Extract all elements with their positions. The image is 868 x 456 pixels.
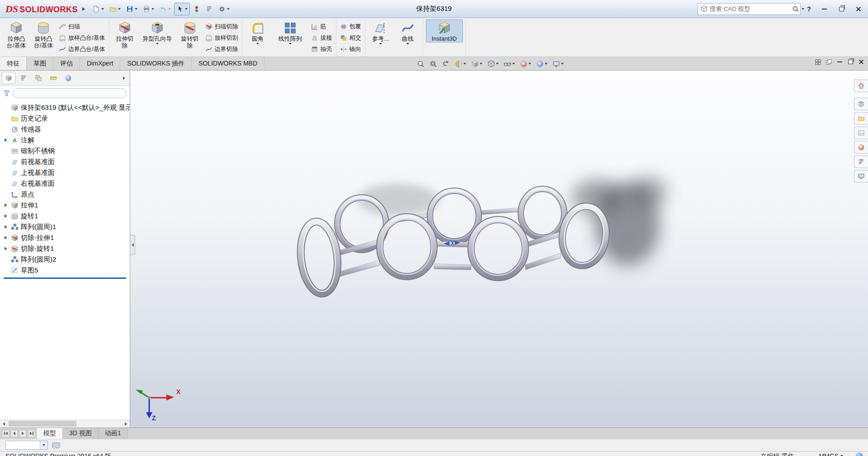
display-style-button[interactable]: [486, 58, 500, 69]
curves-caret[interactable]: [406, 43, 409, 45]
doc-restore-button[interactable]: [847, 59, 854, 65]
tree-item-annotations[interactable]: 注解: [3, 135, 130, 146]
design-library-button[interactable]: [854, 98, 868, 110]
doc-close-button[interactable]: [858, 59, 864, 65]
comment-bubble-icon[interactable]: [52, 442, 60, 448]
rib-button[interactable]: 筋: [310, 22, 334, 31]
linear-pattern-caret[interactable]: [289, 43, 292, 45]
shell-button[interactable]: 抽壳: [310, 44, 334, 54]
revolved-cut-button[interactable]: 旋转切除: [177, 19, 203, 49]
tree-filter-input[interactable]: [17, 90, 123, 97]
tab-dimxpert[interactable]: DimXpert: [80, 57, 120, 70]
boundary-boss-button[interactable]: 边界凸台/基体: [57, 44, 107, 54]
new-document-button[interactable]: [90, 3, 106, 15]
solidworks-forum-button[interactable]: [854, 170, 868, 183]
tab-evaluate[interactable]: 评估: [53, 57, 80, 70]
file-explorer-button[interactable]: [854, 112, 868, 125]
custom-properties-button[interactable]: [854, 155, 868, 168]
expand-arrow-icon[interactable]: [3, 236, 9, 240]
reference-geometry-caret[interactable]: [379, 43, 382, 45]
tab-addins[interactable]: SOLIDWORKS 插件: [120, 57, 192, 70]
solidworks-resources-button[interactable]: [854, 80, 868, 92]
revolved-boss-button[interactable]: 旋转凸台/基体: [30, 19, 57, 49]
menu-expand-icon[interactable]: [82, 7, 85, 11]
file-properties-button[interactable]: [203, 3, 215, 15]
animation1-tab[interactable]: 动画1: [99, 428, 128, 439]
combo-dropdown-button[interactable]: [40, 441, 47, 449]
quick-combo-box[interactable]: [5, 441, 48, 450]
linear-pattern-button[interactable]: 线性阵列: [272, 19, 309, 45]
expand-arrow-icon[interactable]: [3, 203, 9, 207]
doc-tile-button[interactable]: [815, 59, 821, 65]
save-button[interactable]: [124, 3, 140, 15]
tab-mbd[interactable]: SOLIDWORKS MBD: [192, 57, 264, 70]
expand-arrow-icon[interactable]: [3, 138, 9, 142]
previous-view-button[interactable]: [441, 58, 451, 69]
tree-item-sketch5[interactable]: 草图5: [3, 265, 130, 276]
select-arrow-button[interactable]: [174, 3, 190, 15]
intersect-button[interactable]: 相交: [339, 33, 363, 42]
minimize-button[interactable]: [817, 4, 831, 14]
undo-button[interactable]: [157, 3, 173, 15]
status-globe-icon[interactable]: [856, 452, 863, 456]
tree-item-material[interactable]: 锻制不锈钢: [3, 146, 130, 156]
doc-minimize-button[interactable]: [836, 59, 843, 65]
tab-features[interactable]: 特征: [0, 57, 27, 70]
scroll-right-button[interactable]: [122, 420, 130, 428]
tree-item-cirpattern1[interactable]: 阵列(圆周)1: [3, 221, 130, 232]
wrap-button[interactable]: 包覆: [339, 22, 363, 31]
property-manager-tab[interactable]: [17, 72, 30, 84]
print-button[interactable]: [141, 3, 156, 15]
rollback-bar[interactable]: [4, 277, 126, 279]
appearances-button[interactable]: [854, 141, 868, 154]
scrollbar-track[interactable]: [8, 420, 122, 428]
display-manager-tab[interactable]: [61, 72, 75, 84]
apply-scene-button[interactable]: [535, 58, 548, 69]
status-units-selector[interactable]: MMGS: [819, 452, 843, 456]
doc-cascade-button[interactable]: [826, 59, 832, 65]
section-view-button[interactable]: [454, 58, 467, 69]
tree-item-revolve1[interactable]: 旋转1: [3, 211, 130, 221]
tab-sketch[interactable]: 草图: [27, 57, 53, 70]
rebuild-button[interactable]: [191, 3, 203, 15]
model-tab[interactable]: 模型: [37, 428, 63, 439]
expand-arrow-icon[interactable]: [3, 225, 9, 229]
tree-item-cut-revolve1[interactable]: 切除-旋转1: [3, 243, 130, 254]
draft-button[interactable]: 拔模: [310, 33, 334, 42]
tree-item-front-plane[interactable]: 前视基准面: [3, 156, 130, 167]
expand-arrow-icon[interactable]: [3, 247, 9, 250]
close-button[interactable]: [852, 4, 865, 14]
curves-button[interactable]: 曲线: [395, 19, 421, 45]
options-button[interactable]: [216, 3, 232, 15]
tree-item-origin[interactable]: 原点: [3, 189, 130, 200]
hole-wizard-caret[interactable]: [156, 43, 159, 45]
tree-item-sensors[interactable]: 传感器: [3, 124, 130, 135]
tree-item-history[interactable]: 历史记录: [3, 113, 130, 124]
scroll-left-button[interactable]: [0, 420, 8, 428]
tree-root-part[interactable]: 保持架6319 (默认<<默认>_外观 显示...: [3, 102, 130, 113]
mirror-button[interactable]: 镜向: [339, 44, 363, 54]
first-tab-button[interactable]: [2, 430, 9, 437]
help-button[interactable]: ?: [804, 5, 814, 13]
restore-button[interactable]: [835, 4, 848, 14]
edit-appearance-button[interactable]: [519, 58, 532, 69]
configuration-manager-tab[interactable]: [32, 72, 45, 84]
panel-collapse-handle[interactable]: [130, 235, 135, 255]
extruded-boss-button[interactable]: 拉伸凸台/基体: [3, 19, 29, 49]
tree-item-cirpattern2[interactable]: 阵列(圆周)2: [3, 254, 130, 265]
view-palette-button[interactable]: [854, 127, 868, 139]
last-tab-button[interactable]: [28, 430, 35, 437]
scrollbar-thumb[interactable]: [9, 421, 76, 427]
fillet-button[interactable]: 圆角: [245, 19, 271, 45]
swept-boss-button[interactable]: 扫描: [57, 22, 107, 31]
zoom-area-button[interactable]: [429, 58, 438, 69]
extruded-cut-button[interactable]: 拉伸切除: [112, 19, 138, 49]
search-input[interactable]: [710, 5, 790, 12]
view-orientation-button[interactable]: [470, 58, 483, 69]
reference-geometry-button[interactable]: 参考...: [368, 19, 394, 45]
hole-wizard-button[interactable]: 异型孔向导: [139, 19, 176, 45]
fillet-caret[interactable]: [256, 43, 259, 45]
zoom-fit-button[interactable]: [416, 58, 425, 69]
swept-cut-button[interactable]: 扫描切除: [204, 22, 240, 31]
next-tab-button[interactable]: [19, 430, 27, 437]
